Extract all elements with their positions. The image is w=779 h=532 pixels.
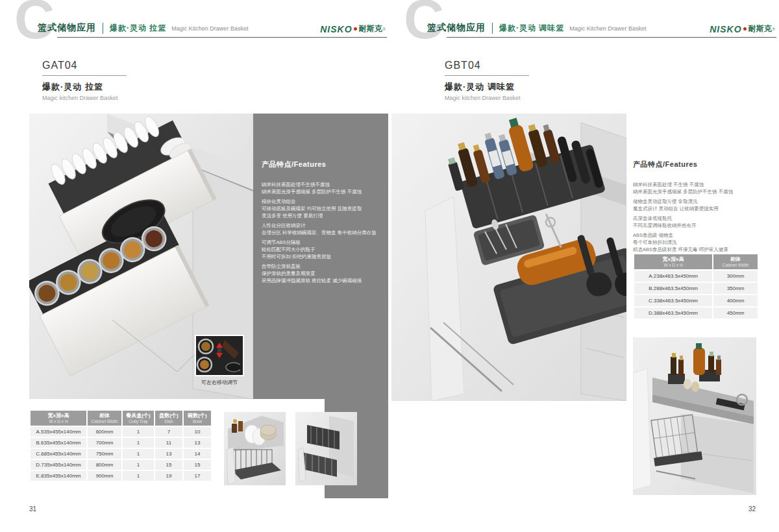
registered-mark: ® <box>383 27 386 31</box>
detail-photo-countertop-basket <box>633 337 756 495</box>
nisko-logo: NISKO 耐斯克 ® <box>710 23 775 34</box>
callout-label: 可左右移动调节 <box>187 379 252 386</box>
table-row: A.238x463.5x450mm300mm <box>634 271 758 282</box>
feature-line: 自带防尘滑轨盖板 <box>262 263 382 270</box>
catalog-page-left: C 篮式储物应用 爆款·灵动 拉篮 Magic Kitchen Drawer B… <box>0 0 390 532</box>
feature-group: 高深盒体低矮瓶托不同高度调味瓶收纳井然有序 <box>633 215 760 229</box>
feature-line: 轻松匹配不同大小的瓶子 <box>262 246 382 253</box>
registered-mark: ® <box>773 27 775 31</box>
logo-text-cn: 耐斯克 <box>359 23 382 34</box>
page-number: 31 <box>29 505 36 513</box>
feature-group: 纳米科技表面处理 不生锈 不腐蚀纳米表面光滑手感细腻 多层防护不生锈 不腐蚀 <box>633 181 760 195</box>
table-cell: 10 <box>184 427 211 437</box>
thumbnail-photo-basket-empty <box>295 412 357 485</box>
table-cell: 15 <box>155 460 182 470</box>
thumbnail-illustration-1 <box>224 412 286 485</box>
feature-line: 精选ABS食品级材质 环保无毒 呵护家人健康 <box>633 246 760 253</box>
table-header-cell: 碗数(个)Bowl <box>184 411 211 426</box>
table-cell: 19 <box>155 471 182 481</box>
logo-text-en: NISKO <box>320 24 352 34</box>
header-title-cn: 爆款·灵动 调味篮 <box>492 23 564 34</box>
header-title-cn: 爆款·灵动 拉篮 <box>103 23 166 34</box>
product-name-cn: 爆款·灵动 拉篮 <box>42 81 127 93</box>
product-rule <box>42 75 127 76</box>
table-header-cell: 柜体Cabinet Width <box>88 411 121 426</box>
table-cell: 900mm <box>88 471 121 481</box>
feature-group: 模块化灵动组合可移动底板及碗碟架 均可独立使用 且随意提取灵活多变 使用方便 更… <box>262 198 382 219</box>
table-row: C.338x463.5x450mm400mm <box>634 295 758 306</box>
table-cell: 400mm <box>713 295 758 306</box>
feature-group: ABS食品级 储物盒每个可单独拆卸清洗精选ABS食品级材质 环保无毒 呵护家人健… <box>633 232 760 253</box>
feature-line: 采用品牌缓冲隐藏滑轨 推拉轻柔 减少碗碟碰撞 <box>262 277 382 284</box>
table-cell: C.338x463.5x450mm <box>634 295 712 306</box>
table-cell: B.288x463.5x450mm <box>634 283 712 294</box>
spec-table: 宽x深x高W x D x H柜体Cabinet WidthA.238x463.5… <box>633 253 759 320</box>
table-cell: D.388x463.5x450mm <box>634 308 712 319</box>
feature-line: 纳米表面光滑手感细腻 多层防护不生锈 不腐蚀 <box>633 188 760 195</box>
header-rule <box>447 37 776 38</box>
seasoning-basket-illustration <box>391 114 626 401</box>
feature-line: 可调节ABS分隔板 <box>262 239 382 246</box>
product-model: GAT04 <box>42 60 127 71</box>
table-cell: 13 <box>184 438 211 448</box>
catalog-page-right: C 篮式储物应用 爆款·灵动 调味篮 Magic Kitchen Drawer … <box>390 0 779 532</box>
main-product-photo-seasoning-basket <box>391 114 626 401</box>
feature-line: 合理分区 科学收纳碗碟架、置物盒 集中收纳分类存放 <box>262 229 382 236</box>
table-cell: 7 <box>155 427 182 437</box>
logo-text-en: NISKO <box>710 24 741 34</box>
table-row: B.288x463.5x450mm350mm <box>634 283 758 294</box>
table-header-row: 宽x深x高W x D x H柜体Cabinet Width <box>634 254 758 269</box>
page-header: 篮式储物应用 爆款·灵动 调味篮 Magic Kitchen Drawer Ba… <box>427 22 646 34</box>
table-cell: 300mm <box>713 271 758 282</box>
table-cell: 1 <box>123 449 154 459</box>
feature-line: 不同高度调味瓶收纳井然有序 <box>633 222 760 229</box>
table-row: A.535x455x140mm600mm1710 <box>31 427 211 437</box>
table-cell: 14 <box>184 449 211 459</box>
feature-line: 高深盒体低矮瓶托 <box>633 215 760 222</box>
feature-group: 人性化分区收纳设计合理分区 科学收纳碗碟架、置物盒 集中收纳分类存放 <box>262 222 382 236</box>
header-title-en: Magic Kitchen Drawer Basket <box>569 25 646 32</box>
table-header-cell: 餐具盒(个)Cutly Tray <box>123 411 154 426</box>
header-category: 篮式储物应用 <box>38 22 96 34</box>
feature-line: 每个可单独拆卸清洗 <box>633 239 760 246</box>
table-cell: 750mm <box>88 449 121 459</box>
table-cell: 700mm <box>88 438 121 448</box>
features-list: 纳米科技表面处理 不生锈 不腐蚀纳米表面光滑手感细腻 多层防护不生锈 不腐蚀储物… <box>633 181 760 253</box>
table-cell: D.735x455x140mm <box>31 460 86 470</box>
feature-group: 纳米科技表面处理不生锈不腐蚀纳米表面光滑手感细腻 多层防护不生锈 不腐蚀 <box>262 181 382 195</box>
table-row: D.735x455x140mm800mm11515 <box>31 460 211 470</box>
feature-line: 模块化灵动组合 <box>262 198 382 205</box>
table-cell: 17 <box>184 471 211 481</box>
table-row: E.835x455x140mm900mm11917 <box>31 471 211 481</box>
feature-line: 纳米表面光滑手感细腻 多层防护不生锈 不腐蚀 <box>262 188 382 195</box>
product-name-en: Magic kitchen Drawer Basket <box>445 95 529 101</box>
table-cell: 800mm <box>88 460 121 470</box>
table-cell: A.535x455x140mm <box>31 427 86 437</box>
table-cell: 350mm <box>713 283 758 294</box>
thumbnail-photo-basket-loaded <box>224 412 286 485</box>
table-header-cell: 柜体Cabinet Width <box>713 254 758 269</box>
feature-line: 灵活多变 使用方便 更易打理 <box>262 212 382 219</box>
table-cell: 13 <box>155 449 182 459</box>
product-model: GBT04 <box>445 60 529 71</box>
table-cell: 1 <box>123 471 154 481</box>
feature-group: 储物盒灵动提取方便 拿取清洗魔盒式设计 灵动组合 让收纳更便捷实用 <box>633 198 760 212</box>
header-rule <box>57 37 387 38</box>
table-cell: 450mm <box>713 308 758 319</box>
adjustable-jar-illustration <box>196 336 240 372</box>
table-row: D.388x463.5x450mm450mm <box>634 308 758 319</box>
table-cell: 1 <box>123 438 154 448</box>
product-title-block: GBT04 爆款·灵动 调味篮 Magic kitchen Drawer Bas… <box>445 60 529 101</box>
feature-line: 可移动底板及碗碟架 均可独立使用 且随意提取 <box>262 205 382 212</box>
product-name-cn: 爆款·灵动 调味篮 <box>445 81 529 93</box>
table-cell: 15 <box>184 460 211 470</box>
table-header-cell: 盘数(个)Dish <box>155 411 182 426</box>
callout-inset-photo <box>195 335 244 376</box>
table-cell: 11 <box>155 438 182 448</box>
spec-table: 宽x深x高W x D x H柜体Cabinet Width餐具盒(个)Cutly… <box>29 409 212 482</box>
product-name-en: Magic kitchen Drawer Basket <box>42 95 127 101</box>
header-category: 篮式储物应用 <box>427 22 486 34</box>
product-title-block: GAT04 爆款·灵动 拉篮 Magic kitchen Drawer Bask… <box>42 60 127 101</box>
features-list: 纳米科技表面处理不生锈不腐蚀纳米表面光滑手感细腻 多层防护不生锈 不腐蚀模块化灵… <box>262 181 382 284</box>
header-title-en: Magic Kitchen Drawer Basket <box>171 25 248 32</box>
